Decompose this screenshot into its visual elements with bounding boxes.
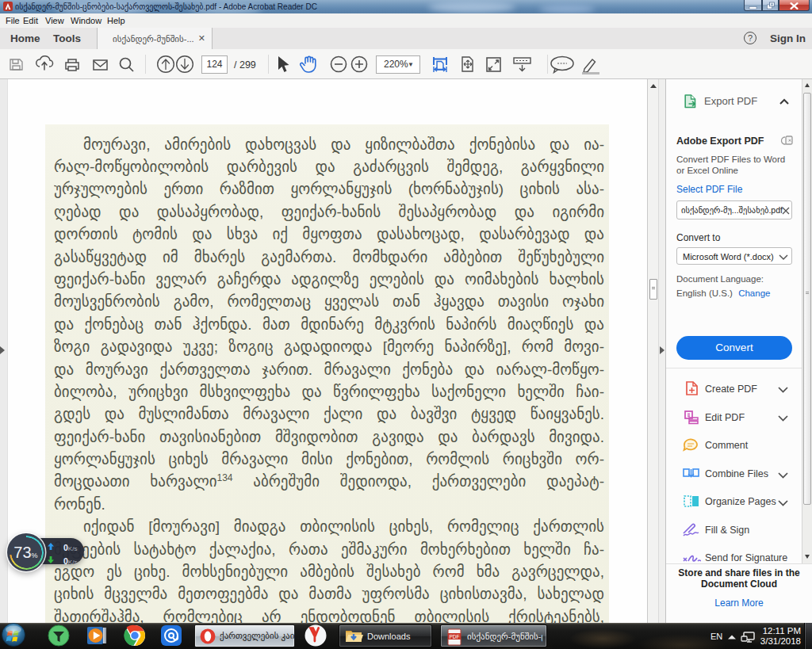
svg-text:PDF: PDF — [450, 634, 460, 639]
